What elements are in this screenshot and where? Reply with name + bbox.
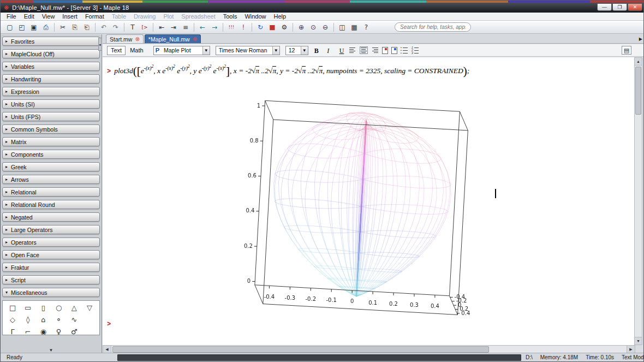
execute-all-icon[interactable]: !!! [226, 22, 237, 32]
shape-item[interactable]: ⌐ [20, 326, 35, 335]
table-tools-icon[interactable]: ▦ [349, 22, 360, 32]
shape-item[interactable]: ◇ [5, 314, 20, 326]
bookmark-marker-icon[interactable] [382, 47, 388, 54]
panel-toggle-icon[interactable]: ▤ [622, 46, 631, 55]
paste-icon[interactable]: ⎗ [81, 22, 92, 32]
execute-icon[interactable]: ! [238, 22, 249, 32]
palette-matrix[interactable]: ▸Matrix [2, 137, 100, 146]
shape-item[interactable]: ♀ [51, 326, 66, 335]
palette-handwriting[interactable]: ▸Handwriting [2, 74, 100, 84]
zoom-in-icon[interactable]: ⊕ [296, 22, 307, 32]
go-back-icon[interactable]: ← [197, 22, 208, 32]
execution-group[interactable]: >plot3d([e-(x)2, x e-(x)2 e-(y)2, y e-(y… [107, 64, 469, 78]
style-dropdown[interactable]: P Maple Plot ▼ [153, 46, 210, 55]
scroll-right-icon[interactable]: ▶ [627, 346, 635, 353]
horizontal-scroll-thumb[interactable] [112, 346, 489, 353]
palette-relational[interactable]: ▸Relational [2, 187, 100, 197]
shape-item[interactable]: ◊ [20, 314, 35, 326]
chevron-down-icon[interactable]: ▼ [272, 46, 279, 55]
shape-item[interactable]: ⚬ [51, 314, 66, 326]
palette-miscellaneous[interactable]: ▾Miscellaneous [2, 288, 100, 297]
shape-item[interactable]: △ [67, 302, 82, 314]
scroll-up-icon[interactable]: ▲ [635, 58, 642, 66]
palette-large-operators[interactable]: ▸Large Operators [2, 225, 100, 234]
tab-maple-null-mw[interactable]: *Maple_Null.mw⊗ [145, 34, 201, 43]
undo-icon[interactable]: ↶ [98, 22, 109, 32]
menu-item-edit[interactable]: Edit [20, 13, 38, 21]
menu-item-window[interactable]: Window [241, 13, 270, 21]
copy-icon[interactable]: ⎘ [69, 22, 80, 32]
text-mode-button[interactable]: Text [107, 46, 126, 55]
font-dropdown[interactable]: Times New Roman ▼ [216, 46, 280, 55]
go-forward-icon[interactable]: → [209, 22, 220, 32]
numbered-list-icon[interactable]: 123 [411, 46, 419, 54]
zoom-out-icon[interactable]: ⊖ [320, 22, 331, 32]
save-file-icon[interactable]: ▣ [28, 22, 39, 32]
tab-scroll-right-icon[interactable]: ▶ [639, 37, 642, 41]
zoom-default-icon[interactable]: ⊙ [308, 22, 319, 32]
palette-arrows[interactable]: ▸Arrows [2, 175, 100, 184]
shape-item[interactable]: ▯ [35, 302, 51, 314]
sidebar-collapse-handle[interactable]: ◂ [98, 38, 102, 51]
math-mode-button[interactable]: Math [126, 46, 147, 55]
indent-right-icon[interactable]: ⇥ [168, 22, 179, 32]
help-search-input[interactable] [395, 22, 471, 32]
shape-item[interactable]: ○ [51, 302, 66, 314]
palette-maplecloud-off[interactable]: ▸MapleCloud (Off) [2, 49, 100, 58]
palette-script[interactable]: ▸Script [2, 275, 100, 284]
cut-icon[interactable]: ✂ [57, 22, 68, 32]
menu-item-tools[interactable]: Tools [219, 13, 241, 21]
interrupt-icon[interactable]: ■ [267, 22, 278, 32]
menu-item-insert[interactable]: Insert [58, 13, 81, 21]
palette-favorites[interactable]: ▸Favorites [2, 37, 100, 46]
vertical-scrollbar[interactable]: ▲ ▼ [634, 57, 642, 345]
indent-left-icon[interactable]: ⇤ [156, 22, 167, 32]
tab-close-icon[interactable]: ⊗ [135, 36, 139, 42]
split-view-icon[interactable]: ◫ [337, 22, 348, 32]
section-marker-icon[interactable] [391, 47, 397, 54]
italic-button[interactable]: I [323, 46, 333, 55]
minimize-button[interactable]: — [597, 3, 612, 11]
shape-item[interactable]: ♂ [67, 326, 82, 335]
palette-open-face[interactable]: ▸Open Face [2, 250, 100, 259]
palette-expression[interactable]: ▸Expression [2, 87, 100, 96]
shape-item[interactable]: ⌂ [35, 314, 51, 326]
align-right-icon[interactable] [371, 46, 379, 54]
shape-item[interactable]: Γ [5, 326, 20, 335]
second-execution-group[interactable]: > [107, 318, 114, 328]
scroll-down-icon[interactable]: ▼ [635, 337, 642, 345]
menu-item-view[interactable]: View [38, 13, 59, 21]
chevron-down-icon[interactable]: ▼ [202, 46, 210, 55]
palette-operators[interactable]: ▸Operators [2, 238, 100, 247]
align-left-icon[interactable] [349, 46, 357, 54]
vertical-scroll-thumb[interactable] [635, 67, 641, 115]
status-mode-toggle[interactable]: Text Mode [622, 354, 644, 360]
title-bar[interactable]: ❋ D:\Maple_Null.mw* - [Server 3] - Maple… [1, 3, 644, 13]
shape-item[interactable]: ▭ [20, 302, 35, 314]
size-dropdown[interactable]: 12 ▼ [285, 46, 308, 55]
debug-icon[interactable]: ⚙ [279, 22, 290, 32]
redo-icon[interactable]: ↷ [110, 22, 121, 32]
palette-variables[interactable]: ▸Variables [2, 62, 100, 71]
shape-item[interactable]: ◉ [35, 326, 51, 335]
plot3d-canvas[interactable] [242, 85, 493, 330]
tab-start-mw[interactable]: Start.mw⊗ [106, 34, 144, 43]
scroll-left-icon[interactable]: ◀ [103, 346, 111, 353]
close-button[interactable]: ✕ [628, 3, 642, 11]
palette-units-fps[interactable]: ▸Units (FPS) [2, 112, 100, 121]
palette-greek[interactable]: ▸Greek [2, 162, 100, 171]
restore-button[interactable]: ❐ [612, 3, 627, 11]
bullet-list-icon[interactable]: ••• [400, 46, 408, 54]
palette-units-si[interactable]: ▸Units (SI) [2, 99, 100, 109]
tab-close-icon[interactable]: ⊗ [193, 36, 197, 42]
menu-item-format[interactable]: Format [81, 13, 108, 21]
palette-relational-round[interactable]: ▸Relational Round [2, 200, 100, 209]
justify-icon[interactable]: ≡ [180, 22, 191, 32]
insert-maple-input-icon[interactable]: [> [139, 22, 150, 32]
menu-item-file[interactable]: File [3, 13, 20, 21]
print-icon[interactable]: ⎙ [40, 22, 51, 32]
menu-item-help[interactable]: Help [270, 13, 290, 21]
align-center-icon[interactable] [360, 46, 368, 54]
shape-item[interactable]: □ [5, 302, 20, 314]
bold-button[interactable]: B [311, 46, 321, 55]
